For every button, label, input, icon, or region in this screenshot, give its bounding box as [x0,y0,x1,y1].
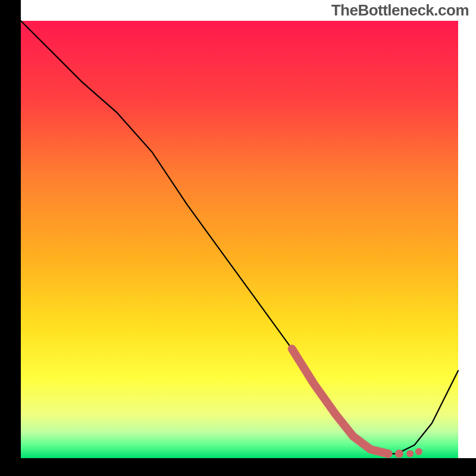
highlight-dot [384,450,392,458]
axis-left-bar [0,0,21,476]
chart-svg [0,0,476,476]
highlight-dot [395,450,403,458]
bottleneck-chart: TheBottleneck.com [0,0,476,476]
highlight-dot [415,448,422,455]
watermark-label: TheBottleneck.com [331,1,469,20]
highlight-dot [406,450,414,458]
axis-bottom-bar [0,458,476,476]
margin-right [458,0,476,476]
